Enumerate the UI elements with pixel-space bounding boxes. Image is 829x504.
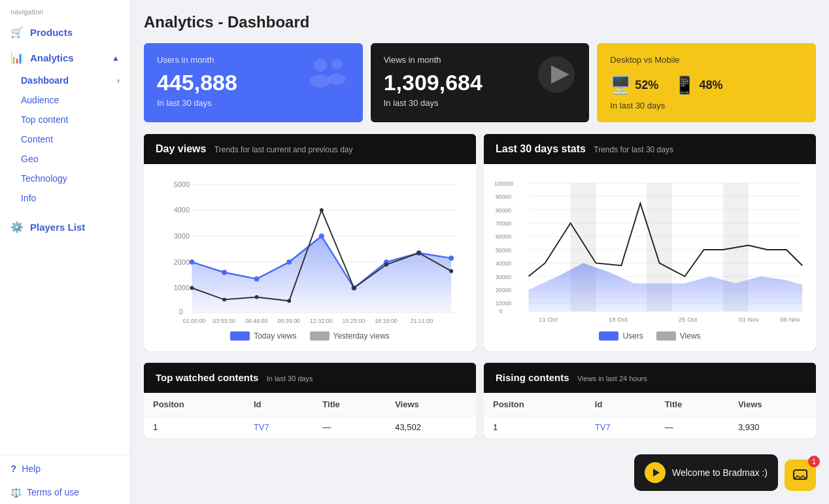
technology-label: Technology <box>21 173 67 184</box>
svg-text:25 Oct: 25 Oct <box>679 316 698 323</box>
svg-point-34 <box>384 263 388 267</box>
mobile-icon: 📱 <box>674 75 695 95</box>
views-legend-label: Views <box>680 331 701 341</box>
sidebar-item-info[interactable]: Info <box>10 188 130 208</box>
chat-play-button[interactable] <box>645 462 666 483</box>
svg-point-28 <box>190 286 194 290</box>
svg-point-19 <box>190 260 195 265</box>
desktop-pct: 52% <box>635 78 658 92</box>
svg-text:18:18:00: 18:18:00 <box>375 318 398 324</box>
views-sub: In last 30 days <box>384 98 577 108</box>
rcol-title: Title <box>656 393 729 416</box>
today-legend-label: Today views <box>254 331 296 341</box>
col-id: Id <box>245 393 313 416</box>
last30-title: Last 30 days stats <box>496 143 586 154</box>
sidebar-item-geo[interactable]: Geo <box>10 149 130 169</box>
legend-views: Views <box>656 331 701 341</box>
sidebar-item-dashboard[interactable]: Dashboard › <box>10 71 130 90</box>
yesterday-legend-label: Yesterday views <box>333 331 390 341</box>
desktop-mobile-label: Desktop vs Mobile <box>610 55 803 65</box>
legend-yesterday: Yesterday views <box>310 331 390 341</box>
svg-text:5000: 5000 <box>174 180 190 188</box>
day-views-legend: Today views Yesterday views <box>154 331 465 341</box>
top-watched-title: Top watched contents <box>156 372 258 383</box>
col-views: Views <box>386 393 476 416</box>
svg-text:21:11:00: 21:11:00 <box>411 318 433 324</box>
sidebar-item-products[interactable]: 🛒 Products <box>0 20 130 45</box>
row-id[interactable]: TV7 <box>245 416 313 439</box>
desktop-item: 🖥️ 52% <box>610 75 658 95</box>
svg-text:90000: 90000 <box>496 193 511 200</box>
rcol-id: Id <box>586 393 656 416</box>
sidebar-item-help[interactable]: ? Help <box>0 456 130 480</box>
chevron-right-icon: › <box>117 76 120 84</box>
help-label: Help <box>22 463 41 474</box>
row-title: — <box>313 416 386 439</box>
sidebar-item-top-content[interactable]: Top content <box>10 110 130 129</box>
col-position: Positon <box>144 393 245 416</box>
nav-label: navigation <box>0 0 130 20</box>
sidebar-item-players-list[interactable]: ⚙️ Players List <box>0 214 130 240</box>
day-views-body: 5000 4000 3000 2000 1000 0 <box>144 164 476 351</box>
info-label: Info <box>21 193 36 203</box>
stat-card-desktop-mobile: Desktop vs Mobile 🖥️ 52% 📱 48% In last 3… <box>597 43 816 122</box>
svg-point-36 <box>449 269 453 273</box>
sidebar-item-analytics[interactable]: 📊 Analytics ▲ <box>0 45 130 71</box>
top-content-label: Top content <box>21 114 68 125</box>
chat-toggle-button[interactable]: 1 <box>785 460 816 491</box>
svg-text:60000: 60000 <box>496 233 511 240</box>
stat-cards: Users in month 445,888 In last 30 days V… <box>144 43 816 122</box>
last30-body: 100000 90000 80000 70000 60000 50000 400… <box>484 164 816 351</box>
top-watched-table: Positon Id Title Views 1 TV7 — 43,502 <box>144 393 476 439</box>
main-content: Analytics - Dashboard Users in month 445… <box>131 0 829 504</box>
svg-text:100000: 100000 <box>494 180 513 187</box>
svg-point-0 <box>314 59 327 72</box>
svg-point-1 <box>310 75 331 88</box>
last30-chart: Last 30 days stats Trends for last 30 da… <box>484 134 816 351</box>
day-views-svg: 5000 4000 3000 2000 1000 0 <box>154 175 465 325</box>
terms-label: Terms of use <box>27 487 79 497</box>
svg-text:01 Nov: 01 Nov <box>739 316 759 323</box>
last30-svg: 100000 90000 80000 70000 60000 50000 400… <box>494 175 805 325</box>
sidebar-item-terms[interactable]: ⚖️ Terms of use <box>0 480 130 504</box>
svg-text:0: 0 <box>499 308 503 314</box>
chart-icon: 📊 <box>10 52 24 64</box>
sidebar-item-content[interactable]: Content <box>10 129 130 149</box>
svg-point-20 <box>222 270 227 275</box>
svg-point-3 <box>328 73 345 85</box>
sidebar-item-technology[interactable]: Technology <box>10 169 130 188</box>
terms-icon: ⚖️ <box>10 487 22 497</box>
audience-label: Audience <box>21 95 59 105</box>
svg-text:50000: 50000 <box>496 247 511 254</box>
svg-text:18 Oct: 18 Oct <box>609 316 628 323</box>
top-watched-header: Top watched contents In last 30 days <box>144 363 476 393</box>
help-icon: ? <box>10 463 16 474</box>
content-label: Content <box>21 134 53 144</box>
svg-text:12:32:00: 12:32:00 <box>310 318 333 324</box>
svg-text:30000: 30000 <box>496 274 511 280</box>
svg-point-31 <box>287 299 291 303</box>
desktop-mobile-row: 🖥️ 52% 📱 48% <box>610 75 803 95</box>
desktop-icon: 🖥️ <box>610 75 631 95</box>
chat-bubble: Welcome to Bradmax :) <box>634 454 778 491</box>
users-sub: In last 30 days <box>157 98 350 108</box>
top-watched-body: Positon Id Title Views 1 TV7 — 43,502 <box>144 393 476 439</box>
svg-text:08 Nov: 08 Nov <box>780 316 800 323</box>
svg-text:01:00:00: 01:00:00 <box>183 318 206 324</box>
rcol-position: Positon <box>484 393 586 416</box>
col-title: Title <box>313 393 386 416</box>
mobile-pct: 48% <box>699 78 722 92</box>
svg-text:2000: 2000 <box>174 258 190 266</box>
chat-message: Welcome to Bradmax :) <box>672 467 768 478</box>
svg-text:09:39:00: 09:39:00 <box>277 318 300 324</box>
chat-badge: 1 <box>808 456 820 467</box>
svg-text:40000: 40000 <box>496 260 511 267</box>
sidebar: navigation 🛒 Products 📊 Analytics ▲ Dash… <box>0 0 131 504</box>
svg-text:11 Oct: 11 Oct <box>539 316 558 323</box>
sidebar-item-audience[interactable]: Audience <box>10 90 130 110</box>
sidebar-products-label: Products <box>30 27 73 38</box>
rrow-id[interactable]: TV7 <box>586 416 656 439</box>
row-position: 1 <box>144 416 245 439</box>
chevron-up-icon: ▲ <box>112 54 120 63</box>
last30-subtitle: Trends for last 30 days <box>594 145 673 154</box>
